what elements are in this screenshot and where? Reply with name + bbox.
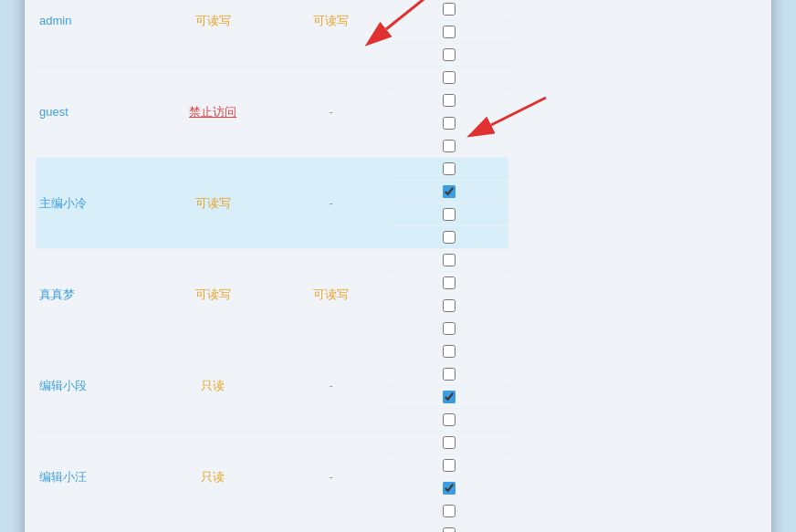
deny-checkbox[interactable] [443,345,456,358]
readonly-cell [390,112,508,135]
permissions-table-container: 名称预览群组权限禁止访问可读写只读自定义 admin可读写可读写guest禁止访… [25,0,771,532]
group-perm: - [272,340,390,432]
readonly-checkbox[interactable] [443,299,456,312]
table-row: admin可读写可读写 [36,0,760,67]
readonly-checkbox[interactable] [443,26,456,38]
readwrite-checkbox[interactable] [443,3,456,16]
readonly-cell [390,477,508,500]
user-name: 主编小冷 [36,158,153,249]
deny-cell [390,158,508,181]
custom-checkbox[interactable] [443,322,456,335]
deny-cell [390,249,508,272]
table-row: 编辑小陈只读- [36,523,760,532]
deny-cell [390,340,508,363]
user-name: 编辑小陈 [36,523,153,532]
group-perm: - [272,67,390,158]
group-perm: - [272,158,390,249]
custom-cell [390,135,508,158]
user-name: admin [36,0,153,67]
group-perm: - [272,523,390,532]
user-name: 真真梦 [36,249,153,340]
readwrite-checkbox[interactable] [443,94,456,107]
preview-perm: 可读写 [153,0,271,67]
readwrite-checkbox[interactable] [443,459,456,472]
custom-cell [390,500,508,523]
readwrite-cell [390,0,508,21]
preview-perm: 只读 [153,523,271,532]
custom-checkbox[interactable] [443,505,456,517]
readonly-checkbox[interactable] [443,208,456,221]
group-perm: - [272,432,390,523]
table-row: 真真梦可读写可读写 [36,249,760,340]
custom-cell [390,318,508,340]
deny-checkbox[interactable] [443,71,456,84]
custom-checkbox[interactable] [443,231,456,244]
custom-checkbox[interactable] [443,48,456,61]
readwrite-cell [390,89,508,112]
deny-checkbox[interactable] [443,527,456,532]
readwrite-cell [390,454,508,477]
readonly-checkbox[interactable] [443,391,456,403]
readwrite-cell [390,363,508,386]
preview-perm: 只读 [153,432,271,523]
deny-cell [390,523,508,532]
deny-checkbox[interactable] [443,436,456,449]
preview-perm: 禁止访问 [153,67,271,158]
deny-checkbox[interactable] [443,162,456,175]
readwrite-checkbox[interactable] [443,368,456,381]
custom-cell [390,409,508,432]
preview-perm: 可读写 [153,249,271,340]
readonly-cell [390,295,508,318]
readwrite-checkbox[interactable] [443,276,456,289]
deny-cell [390,67,508,89]
user-name: guest [36,67,153,158]
readwrite-cell [390,181,508,203]
table-row: 编辑小段只读- [36,340,760,432]
custom-checkbox[interactable] [443,413,456,426]
dialog: 编辑待发布 共享文件夹设置 常规高级权限高级权限NFS 权限 本地用户 ▼ 🔍 … [24,0,772,532]
table-row: guest禁止访问- [36,67,760,158]
preview-perm: 只读 [153,340,271,432]
preview-perm: 可读写 [153,158,271,249]
user-name: 编辑小汪 [36,432,153,523]
deny-checkbox[interactable] [443,254,456,266]
group-perm: 可读写 [272,249,390,340]
group-perm: 可读写 [272,0,390,67]
readonly-cell [390,386,508,409]
custom-checkbox[interactable] [443,140,456,152]
deny-cell [390,432,508,454]
user-name: 编辑小段 [36,340,153,432]
readwrite-cell [390,272,508,295]
permissions-table: 名称预览群组权限禁止访问可读写只读自定义 admin可读写可读写guest禁止访… [36,0,760,532]
readonly-checkbox[interactable] [443,482,456,495]
readonly-checkbox[interactable] [443,117,456,130]
readonly-cell [390,203,508,226]
custom-cell [390,226,508,249]
custom-cell [390,44,508,67]
table-row: 主编小冷可读写- [36,158,760,249]
table-row: 编辑小汪只读- [36,432,760,523]
readonly-cell [390,21,508,44]
readwrite-checkbox[interactable] [443,185,456,198]
